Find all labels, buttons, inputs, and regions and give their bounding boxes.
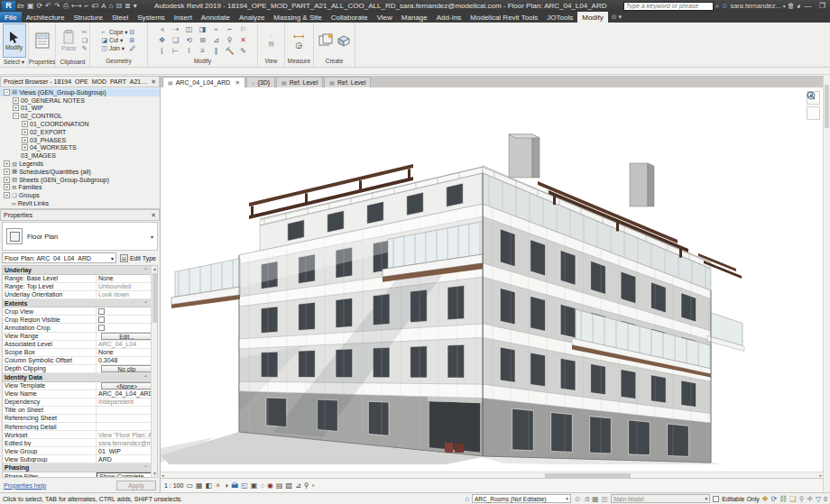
help-icon[interactable]: ◕: [797, 2, 801, 10]
drag-on-selection-icon[interactable]: ✛: [807, 495, 813, 503]
mirror-axis-icon[interactable]: ◫: [182, 24, 196, 35]
restore-button[interactable]: ❐: [816, 2, 828, 10]
collapse-icon[interactable]: −: [13, 113, 19, 119]
tree-item-00-general-notes[interactable]: +00_GENERAL NOTES: [0, 96, 160, 105]
collapse-caret-icon[interactable]: ⌃: [143, 300, 148, 307]
close-icon[interactable]: ✕: [235, 79, 239, 87]
ribbon-tab-modify[interactable]: Modify: [577, 12, 608, 23]
view-canvas[interactable]: ◂ ▸: [161, 87, 823, 478]
undo-icon[interactable]: ↶: [44, 2, 52, 10]
array-icon[interactable]: ⊞: [196, 35, 209, 46]
trim-corner-icon[interactable]: ⌊: [155, 46, 169, 57]
unpin-icon[interactable]: ⚐: [236, 24, 250, 35]
demolish-icon[interactable]: 🔨: [223, 46, 236, 57]
scroll-up-icon[interactable]: ▲: [152, 266, 158, 272]
tree-item-revit-links[interactable]: ∞Revit Links: [0, 199, 160, 207]
property-value[interactable]: ARC_04_L04_ARD: [97, 390, 157, 398]
render-icon[interactable]: 🏔: [231, 481, 238, 490]
paint2-icon[interactable]: ✎: [236, 46, 250, 57]
section-header-extents[interactable]: Extents⌃: [3, 299, 157, 308]
reveal-hidden-icon[interactable]: ◉: [267, 481, 273, 490]
project-browser-title-bar[interactable]: Project Browser - 18194_OPE_MOD_PART_A21…: [0, 76, 160, 87]
section-header-phasing[interactable]: Phasing⌃: [3, 463, 157, 472]
shadows-icon[interactable]: ◑: [224, 481, 228, 490]
rotate-icon[interactable]: ⟲: [182, 35, 196, 46]
tree-item-schedules-quantities-all-[interactable]: +▦Schedules/Quantities (all): [0, 168, 160, 176]
collapse-arrow[interactable]: ‹: [312, 481, 315, 490]
scrollbar-thumb[interactable]: [825, 85, 829, 128]
exclude-options-icon[interactable]: ▥: [602, 495, 609, 503]
crop-view-icon[interactable]: ◱: [241, 481, 248, 490]
property-value[interactable]: [97, 316, 157, 323]
section-header-identity-data[interactable]: Identity Data⌃: [3, 373, 157, 382]
view-tab-0[interactable]: ▤ARC_04_L04_ARD✕: [162, 77, 245, 87]
ribbon-tab-structure[interactable]: Structure: [69, 12, 106, 23]
analytical-model-icon[interactable]: ⊿: [295, 481, 301, 490]
property-value[interactable]: Show Complete: [97, 472, 157, 478]
property-value[interactable]: Unbounded: [97, 283, 157, 290]
ribbon-tab-insert[interactable]: Insert: [170, 12, 197, 23]
revit-app-icon[interactable]: R: [2, 1, 15, 11]
ribbon-tab-view[interactable]: View: [373, 12, 397, 23]
tree-item-01-wip[interactable]: +01_WIP: [0, 105, 160, 113]
property-button[interactable]: No clip: [101, 365, 153, 372]
ribbon-tab-jotools[interactable]: JOTools: [542, 12, 577, 23]
text-icon[interactable]: A: [100, 2, 106, 10]
worksets-icon[interactable]: ⌂: [465, 495, 469, 503]
checkbox[interactable]: [98, 316, 105, 323]
tree-item-02-export[interactable]: +02_EXPORT: [0, 128, 160, 136]
type-selector[interactable]: Floor Plan ▾: [2, 222, 158, 251]
user-dropdown-icon[interactable]: ▾: [783, 3, 786, 9]
property-value[interactable]: ARC_04_L04: [97, 341, 157, 348]
filter-icon[interactable]: ▽: [816, 495, 821, 503]
scroll-down-icon[interactable]: ▼: [152, 471, 158, 477]
tree-item-families[interactable]: +⊞Families: [0, 184, 160, 192]
trim-icon[interactable]: ⌐: [223, 24, 236, 35]
offset-icon[interactable]: ⇢: [169, 24, 182, 35]
property-value[interactable]: None: [97, 275, 157, 282]
paste-button[interactable]: Paste: [58, 23, 80, 58]
extend-icon[interactable]: ⊢: [169, 46, 182, 57]
checkbox[interactable]: [98, 325, 105, 331]
properties-title-bar[interactable]: Properties ✕: [0, 209, 160, 221]
active-workset-dropdown[interactable]: ARC_Rooms (Not Editable)▾: [472, 494, 571, 503]
split-icon[interactable]: ⌁: [209, 24, 223, 35]
instance-selector[interactable]: Floor Plan: ARC_04_L04_ARD ▾: [2, 252, 116, 263]
select-pinned-icon[interactable]: ⚲: [798, 495, 804, 503]
save-icon[interactable]: ▣: [26, 2, 35, 10]
property-value[interactable]: View "Floor Plan: ARC_04_L04...: [97, 431, 157, 438]
expand-icon[interactable]: +: [22, 137, 28, 143]
ribbon-tab-architecture[interactable]: Architecture: [22, 12, 69, 23]
match-icon[interactable]: ≡: [196, 46, 209, 57]
horizontal-scrollbar[interactable]: ◂ ▸: [161, 472, 823, 478]
expand-icon[interactable]: +: [4, 192, 10, 198]
sync-icon[interactable]: ⟳: [36, 2, 44, 10]
property-value[interactable]: [97, 407, 157, 414]
align-icon[interactable]: ⫞: [155, 24, 169, 35]
paint-icon[interactable]: 🖉: [130, 45, 136, 52]
geometry-tool-cut[interactable]: Cut ▾: [109, 37, 128, 44]
close-icon[interactable]: ✕: [148, 212, 156, 219]
expand-icon[interactable]: +: [13, 105, 19, 111]
property-value[interactable]: None: [97, 349, 157, 356]
temporary-view-icon[interactable]: ▧: [286, 481, 293, 490]
tree-item-views-gen-group-subgroup-[interactable]: −▤Views (GEN_Group-Subgroup): [0, 88, 160, 96]
visual-style-icon[interactable]: ◧: [206, 481, 213, 490]
property-value[interactable]: [97, 423, 157, 430]
tree-item-sheets-gen-group-subgroup-[interactable]: +▧Sheets (GEN_Group-Subgroup): [0, 176, 160, 184]
expand-icon[interactable]: +: [4, 169, 10, 175]
aligned-dimension-icon[interactable]: ⌐: [84, 2, 90, 10]
ribbon-tab-systems[interactable]: Systems: [133, 12, 170, 23]
panel-label-geometry[interactable]: Geometry: [90, 58, 147, 67]
property-value[interactable]: [97, 307, 157, 315]
tree-item-legends[interactable]: +▥Legends: [0, 160, 160, 168]
property-button[interactable]: Edit...: [101, 333, 153, 340]
checkbox[interactable]: [98, 308, 105, 315]
property-value[interactable]: Independent: [97, 399, 157, 406]
scrollbar-thumb[interactable]: [152, 273, 157, 323]
user-account[interactable]: sara.fernandez...: [730, 2, 780, 10]
user-interface-icon[interactable]: ▾: [133, 2, 138, 10]
geometry-tool-cope[interactable]: Cope ▾: [109, 29, 128, 36]
view-tab-3[interactable]: ▤Ref. Level: [324, 77, 371, 87]
properties-toggle-button[interactable]: [31, 23, 53, 58]
